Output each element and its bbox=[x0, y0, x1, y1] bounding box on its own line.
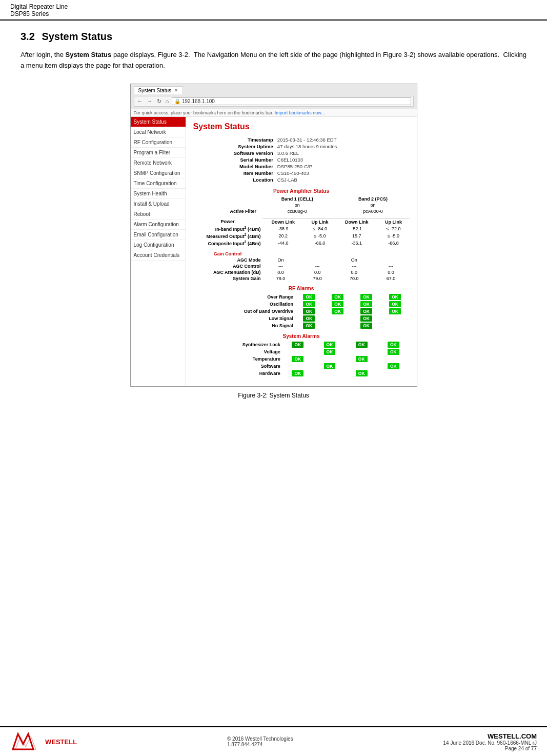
pa-b1-power: on bbox=[258, 202, 336, 208]
oob-b1-ul: OK bbox=[323, 308, 352, 315]
sidebar-item-email-config[interactable]: Email Configuration bbox=[131, 230, 186, 240]
agc-mode-b2-ul bbox=[373, 257, 410, 263]
hw-b1-ul bbox=[314, 370, 346, 377]
agc-ctrl-b1-dl: --- bbox=[262, 263, 299, 269]
software-label: Software bbox=[193, 363, 282, 370]
sidebar-item-system-status[interactable]: System Status bbox=[131, 117, 186, 127]
table-row: Timestamp 2015-03-31 - 12:46:36 EDT bbox=[193, 136, 410, 143]
tab-bar: System Status ✕ bbox=[134, 86, 414, 94]
location-value: CSJ-LAB bbox=[275, 176, 410, 183]
comp-b2-ul: -66.8 bbox=[378, 240, 410, 247]
uptime-value: 47 days 18 hours 9 minutes bbox=[275, 143, 410, 150]
temp-b2-ul bbox=[377, 355, 409, 363]
agc-atten-label: AGC Attenuation (dB) bbox=[193, 269, 262, 275]
or-b2-dl: OK bbox=[352, 293, 381, 301]
table-row: AGC Control --- --- --- --- bbox=[193, 263, 410, 269]
oob-b1-dl: OK bbox=[295, 308, 323, 315]
over-range-label: Over Range bbox=[193, 293, 295, 301]
pa-b1-filter: ccB08g-0 bbox=[258, 208, 336, 214]
table-row: In-band Input2 (4Bm) -38.9 ≤ -84.0 -52.1… bbox=[193, 225, 410, 232]
lock-icon: 🔒 bbox=[174, 98, 180, 104]
sidebar-item-local-network[interactable]: Local Network bbox=[131, 127, 186, 137]
info-table: Timestamp 2015-03-31 - 12:46:36 EDT Syst… bbox=[193, 136, 410, 183]
footer-website: WESTELL.COM bbox=[443, 732, 537, 740]
model-value: DSP85-250-C/P bbox=[275, 163, 410, 170]
back-button[interactable]: ← bbox=[136, 98, 144, 104]
rf-alarms-title: RF Alarms bbox=[193, 286, 410, 291]
ok-badge: OK bbox=[303, 301, 315, 307]
sidebar-item-system-health[interactable]: System Health bbox=[131, 189, 186, 199]
composite-input-label: Composite Input2 (4Bm) bbox=[193, 240, 262, 247]
pa-status-table: Band 1 (CELL) Band 2 (PCS) on on Active … bbox=[193, 196, 410, 214]
sidebar-item-remote-network[interactable]: Remote Network bbox=[131, 158, 186, 168]
sidebar-item-reboot[interactable]: Reboot bbox=[131, 209, 186, 220]
header-left: Digital Repeater Line DSP85 Series bbox=[10, 3, 68, 17]
meas-b2-ul: ≤ -5.0 bbox=[378, 232, 410, 240]
figure-caption: Figure 3-2: System Status bbox=[21, 392, 526, 399]
browser-chrome: System Status ✕ ← → ↻ ⌂ 🔒 192.168.1.100 bbox=[131, 84, 417, 109]
ok-badge: OK bbox=[292, 370, 303, 376]
ok-badge: OK bbox=[324, 342, 336, 348]
ok-badge-dark: OK bbox=[303, 315, 315, 322]
url-bar[interactable]: 🔒 192.168.1.100 bbox=[172, 97, 411, 105]
home-button[interactable]: ⌂ bbox=[165, 98, 170, 104]
tab-close-icon[interactable]: ✕ bbox=[174, 88, 178, 93]
temperature-label: Temperature bbox=[193, 355, 282, 363]
sidebar-item-log-config[interactable]: Log Configuration bbox=[131, 240, 186, 250]
active-filter-label: Active Filter bbox=[193, 208, 258, 214]
sidebar-item-snmp-config[interactable]: SNMP Configuration bbox=[131, 168, 186, 178]
or-b1-ul: OK bbox=[323, 293, 352, 301]
footer-copyright: © 2016 Westell Technologies bbox=[227, 736, 293, 742]
system-gain-label: System Gain bbox=[193, 275, 262, 282]
sl-b2-dl: OK bbox=[346, 341, 377, 348]
measured-output-label: Measured Output2 (4Bm) bbox=[193, 232, 262, 240]
bookmarks-text: For quick access, place your bookmarks h… bbox=[134, 110, 274, 115]
table-row: Location CSJ-LAB bbox=[193, 176, 410, 183]
pa-b2-filter: pcA000-0 bbox=[336, 208, 409, 214]
main-panel: System Status Timestamp 2015-03-31 - 12:… bbox=[186, 117, 417, 386]
ok-badge: OK bbox=[332, 301, 343, 307]
comp-b2-dl: -36.1 bbox=[336, 240, 378, 247]
sidebar-item-account-credentials[interactable]: Account Credentials bbox=[131, 250, 186, 261]
sidebar-item-time-config[interactable]: Time Configuration bbox=[131, 178, 186, 189]
reload-button[interactable]: ↻ bbox=[156, 98, 163, 105]
hardware-label: Hardware bbox=[193, 370, 282, 377]
bookmarks-link[interactable]: Import bookmarks now... bbox=[275, 110, 325, 115]
section-number: 3.2 bbox=[21, 31, 35, 42]
osc-b2-ul: OK bbox=[381, 301, 410, 308]
hw-b2-dl: OK bbox=[346, 370, 377, 377]
table-row: Software OK OK bbox=[193, 363, 410, 370]
table-row: Item Number CS10-450-403 bbox=[193, 170, 410, 176]
sidebar-item-alarm-config[interactable]: Alarm Configuration bbox=[131, 220, 186, 230]
temp-b1-dl: OK bbox=[282, 355, 314, 363]
browser-tab[interactable]: System Status ✕ bbox=[134, 86, 183, 94]
ok-badge: OK bbox=[324, 363, 336, 369]
ok-badge: OK bbox=[389, 301, 401, 307]
forward-button[interactable]: → bbox=[146, 98, 154, 104]
browser-page: System Status Local Network RF Configura… bbox=[131, 117, 417, 386]
sidebar-item-install-upload[interactable]: Install & Upload bbox=[131, 199, 186, 209]
sidebar-item-program-filter[interactable]: Program a Filter bbox=[131, 148, 186, 158]
sys-gain-b1-dl: 79.0 bbox=[262, 275, 299, 282]
ok-badge: OK bbox=[360, 301, 372, 307]
ok-badge-dark: OK bbox=[303, 308, 315, 314]
meas-b1-dl: 20.2 bbox=[262, 232, 305, 240]
body-text: After login, the System Status page disp… bbox=[21, 50, 526, 71]
rf-alarm-table: Over Range OK OK OK OK Oscillation OK OK… bbox=[193, 293, 410, 329]
table-row: Over Range OK OK OK OK bbox=[193, 293, 410, 301]
ns-b2-ul bbox=[381, 322, 410, 329]
sidebar-item-rf-configuration[interactable]: RF Configuration bbox=[131, 137, 186, 148]
or-b1-dl: OK bbox=[295, 293, 323, 301]
item-label: Item Number bbox=[193, 170, 275, 176]
table-row: on on bbox=[193, 202, 410, 208]
table-row: Measured Output2 (4Bm) 20.2 ≤ -5.0 15.7 … bbox=[193, 232, 410, 240]
timestamp-value: 2015-03-31 - 12:46:36 EDT bbox=[275, 136, 410, 143]
footer-company-info: WESTELL bbox=[45, 738, 77, 746]
location-label: Location bbox=[193, 176, 275, 183]
hw-b2-ul bbox=[377, 370, 409, 377]
item-value: CS10-450-403 bbox=[275, 170, 410, 176]
ok-badge: OK bbox=[388, 349, 399, 355]
sys-alarm-table: Synthesizer Lock OK OK OK OK Voltage OK … bbox=[193, 341, 410, 377]
inband-b1-dl: -38.9 bbox=[262, 225, 305, 232]
footer-logo: WESTELL bbox=[10, 731, 77, 752]
